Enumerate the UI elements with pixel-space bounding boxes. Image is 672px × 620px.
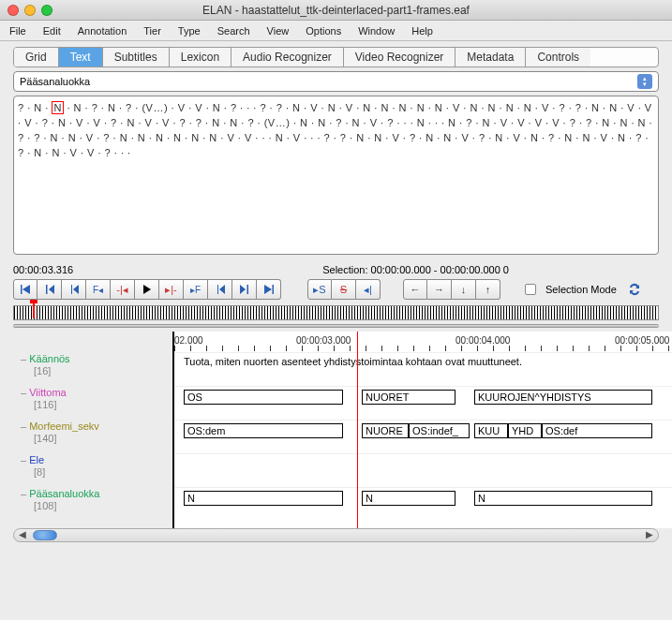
menu-view[interactable]: View bbox=[267, 25, 290, 37]
tier-row[interactable]: OS:demNUOREOS:indef_KUUYHDOS:def bbox=[174, 420, 672, 453]
token[interactable]: N bbox=[488, 102, 496, 113]
annotation-segment[interactable]: NUORE bbox=[362, 423, 409, 438]
token[interactable]: ? bbox=[336, 117, 342, 128]
token[interactable]: N bbox=[209, 132, 217, 143]
token[interactable]: V bbox=[310, 102, 318, 113]
token[interactable]: N bbox=[417, 117, 425, 128]
scroll-left-arrow-icon[interactable]: ◀ bbox=[16, 529, 29, 539]
token[interactable]: V bbox=[535, 117, 543, 128]
fd-back-button[interactable]: F◂ bbox=[86, 279, 111, 300]
arrow-right-button[interactable]: → bbox=[427, 279, 452, 300]
token[interactable]: N bbox=[399, 102, 407, 113]
token[interactable]: ? bbox=[479, 132, 485, 143]
go-to-end-button[interactable] bbox=[257, 279, 281, 300]
token[interactable]: V bbox=[552, 117, 560, 128]
token[interactable]: V bbox=[76, 117, 83, 128]
annotation-segment[interactable]: KUU bbox=[474, 423, 508, 438]
token[interactable]: ? bbox=[103, 132, 110, 143]
token[interactable]: ? bbox=[231, 102, 237, 113]
tier-label[interactable]: – Ele[8] bbox=[13, 451, 172, 485]
token[interactable]: N bbox=[524, 102, 531, 113]
token[interactable]: N bbox=[363, 102, 370, 113]
token[interactable]: V bbox=[542, 102, 549, 113]
token[interactable]: ? bbox=[466, 117, 472, 128]
token[interactable]: N bbox=[435, 102, 442, 113]
token[interactable]: N bbox=[328, 102, 336, 113]
token[interactable]: V bbox=[627, 102, 635, 113]
token[interactable]: (V…) bbox=[142, 102, 168, 113]
clear-selection-button[interactable]: S bbox=[332, 279, 356, 300]
tab-metadata[interactable]: Metadata bbox=[455, 48, 526, 66]
annotation-segment[interactable]: N bbox=[184, 491, 343, 506]
token[interactable]: N bbox=[483, 117, 490, 128]
token[interactable]: N bbox=[52, 147, 59, 158]
token[interactable]: V bbox=[645, 102, 652, 113]
tab-controls[interactable]: Controls bbox=[526, 48, 590, 66]
step-forward-button[interactable]: ▸|- bbox=[159, 279, 184, 300]
token[interactable]: V bbox=[500, 117, 508, 128]
scroll-right-arrow-icon[interactable]: ▶ bbox=[643, 529, 656, 539]
token[interactable]: V bbox=[370, 117, 378, 128]
token[interactable]: N bbox=[34, 147, 41, 158]
selection-mode-checkbox[interactable] bbox=[525, 284, 536, 295]
tab-text[interactable]: Text bbox=[59, 48, 103, 66]
token[interactable]: V bbox=[24, 117, 32, 128]
token-stream[interactable]: ? · N · N · N · ? · N · ? · (V…) · V · V… bbox=[18, 100, 654, 160]
annotation-segment[interactable]: OS bbox=[184, 390, 343, 405]
token[interactable]: N bbox=[470, 102, 477, 113]
zoom-window-button[interactable] bbox=[41, 5, 52, 16]
token[interactable]: N bbox=[618, 132, 625, 143]
token[interactable]: N bbox=[213, 102, 220, 113]
step-back-button[interactable]: -|◂ bbox=[111, 279, 135, 300]
playhead-line[interactable] bbox=[357, 332, 358, 528]
annotation-segment[interactable]: OS:def bbox=[542, 423, 652, 438]
menu-type[interactable]: Type bbox=[178, 25, 201, 37]
density-ruler[interactable] bbox=[13, 305, 659, 320]
token[interactable]: ? bbox=[18, 102, 24, 113]
token[interactable]: N bbox=[602, 117, 609, 128]
token[interactable]: V bbox=[517, 117, 525, 128]
selection-boundary-button[interactable]: ◂| bbox=[356, 279, 381, 300]
token[interactable]: N bbox=[34, 102, 41, 113]
token[interactable]: N bbox=[374, 132, 381, 143]
token[interactable]: N bbox=[68, 132, 76, 143]
menu-tier[interactable]: Tier bbox=[143, 25, 161, 37]
token[interactable]: N bbox=[120, 132, 127, 143]
next-scroll-button[interactable] bbox=[232, 279, 257, 300]
play-selection-button[interactable]: ▸S bbox=[307, 279, 332, 300]
annotation-segment[interactable]: NUORET bbox=[362, 390, 455, 405]
arrow-left-button[interactable]: ← bbox=[403, 279, 427, 300]
token[interactable]: V bbox=[162, 117, 170, 128]
loop-icon[interactable] bbox=[628, 283, 641, 296]
token[interactable]: V bbox=[195, 102, 202, 113]
tier-row[interactable]: OSNUORETKUUROJEN^YHDISTYS bbox=[174, 386, 672, 420]
token[interactable]: N bbox=[127, 117, 134, 128]
tier-row[interactable]: NNN bbox=[174, 487, 672, 521]
token[interactable]: N bbox=[138, 132, 145, 143]
tier-row[interactable] bbox=[174, 453, 672, 487]
menu-edit[interactable]: Edit bbox=[43, 25, 61, 37]
token[interactable]: V bbox=[86, 132, 94, 143]
token[interactable]: N bbox=[318, 117, 325, 128]
token[interactable]: ? bbox=[548, 132, 555, 143]
pane-divider-handle[interactable] bbox=[13, 324, 659, 328]
token[interactable]: N bbox=[381, 102, 388, 113]
annotation-segment[interactable]: N bbox=[474, 491, 652, 506]
menu-help[interactable]: Help bbox=[411, 25, 433, 37]
token[interactable]: (V…) bbox=[264, 117, 291, 128]
menu-window[interactable]: Window bbox=[358, 25, 395, 37]
token[interactable]: N bbox=[591, 102, 599, 113]
token[interactable]: N bbox=[620, 117, 627, 128]
token[interactable]: N bbox=[52, 101, 63, 114]
token[interactable]: N bbox=[448, 117, 455, 128]
arrow-up-button[interactable]: ↑ bbox=[476, 279, 500, 300]
token[interactable]: ? bbox=[410, 132, 416, 143]
fd-forward-button[interactable]: ▸F bbox=[184, 279, 208, 300]
token[interactable]: ? bbox=[111, 117, 117, 128]
token[interactable]: N bbox=[276, 132, 283, 143]
token[interactable]: N bbox=[506, 102, 514, 113]
token[interactable]: ? bbox=[18, 132, 24, 143]
token[interactable]: N bbox=[191, 132, 199, 143]
next-frame-button[interactable] bbox=[208, 279, 232, 300]
tab-audio-recognizer[interactable]: Audio Recognizer bbox=[231, 48, 344, 66]
